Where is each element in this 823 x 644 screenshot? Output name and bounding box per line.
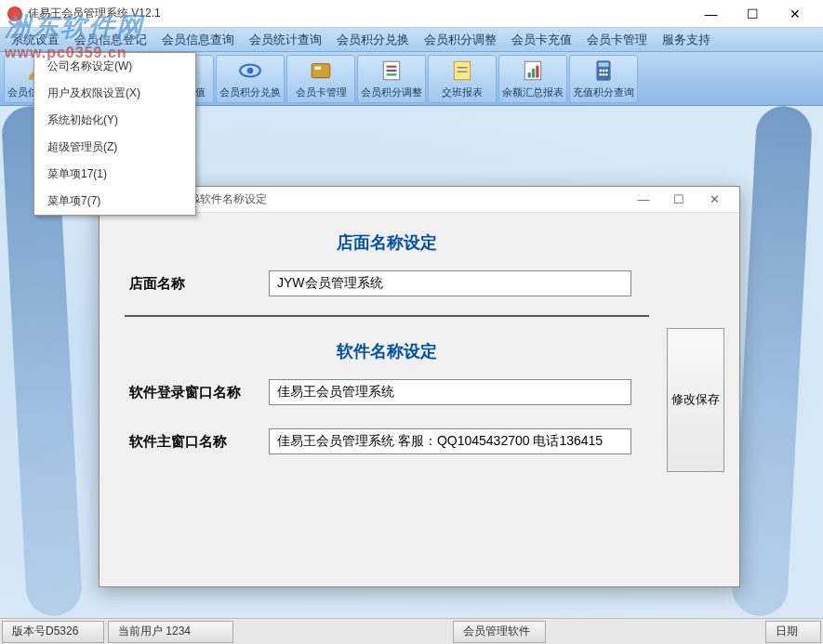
tool-label: 交班报表 [442,85,483,99]
login-window-input[interactable] [269,379,631,405]
menu-member-stats[interactable]: 会员统计查询 [242,29,329,51]
svg-point-20 [603,70,605,72]
dialog-form: 店面名称设定 店面名称 软件名称设定 软件登录窗口名称 软件主窗口名称 [111,224,663,575]
tool-label: 会员积分兑换 [219,85,281,99]
dropdown-system-init[interactable]: 系统初始化(Y) [34,107,195,134]
svg-rect-14 [528,72,531,77]
app-icon [7,7,22,21]
main-window-label: 软件主窗口名称 [129,433,269,451]
tool-label: 余额汇总报表 [502,85,564,99]
dialog-maximize-button[interactable]: ☐ [661,188,697,212]
tool-points-exchange[interactable]: 会员积分兑换 [216,55,285,103]
store-name-input[interactable] [269,270,631,296]
menu-member-query[interactable]: 会员信息查询 [154,29,242,51]
dialog-minimize-button[interactable]: — [626,188,661,212]
menubar: 系统设置 会员信息登记 会员信息查询 会员统计查询 会员积分兑换 会员积分调整 … [0,28,823,52]
window-title: 佳易王会员管理系统 V12.1 [28,6,690,21]
status-user: 当前用户 1234 [108,621,233,643]
menu-points-exchange[interactable]: 会员积分兑换 [329,29,417,51]
svg-point-19 [599,70,602,72]
system-settings-dropdown: 公司名称设定(W) 用户及权限设置(X) 系统初始化(Y) 超级管理员(Z) 菜… [33,52,196,216]
svg-rect-18 [599,62,609,66]
main-titlebar: 佳易王会员管理系统 V12.1 — ☐ ✕ [0,0,823,28]
svg-rect-5 [315,67,322,70]
status-software: 会员管理软件 [453,621,546,643]
svg-point-3 [247,68,254,74]
menu-points-adjust[interactable]: 会员积分调整 [417,29,504,51]
main-window-row: 软件主窗口名称 [129,428,644,454]
tool-recharge-query[interactable]: 充值积分查询 [569,55,638,103]
window-controls: — ☐ ✕ [690,1,816,27]
close-button[interactable]: ✕ [774,1,816,27]
menu-card-recharge[interactable]: 会员卡充值 [504,29,579,51]
login-window-row: 软件登录窗口名称 [129,379,644,405]
dropdown-menu7[interactable]: 菜单项7(7) [34,188,195,215]
svg-point-21 [605,70,608,72]
svg-rect-15 [532,69,535,78]
statusbar: 版本号D5326 当前用户 1234 会员管理软件 日期 [0,618,823,644]
status-version: 版本号D5326 [2,621,104,643]
svg-point-24 [605,73,608,76]
name-settings-dialog: 店面名称设定&软件名称设定 — ☐ ✕ 店面名称设定 店面名称 软件名称设定 软… [99,186,740,587]
menu-system-settings[interactable]: 系统设置 [4,29,67,51]
dropdown-menu17[interactable]: 菜单项17(1) [34,161,195,188]
store-section-title: 店面名称设定 [111,231,663,254]
login-window-label: 软件登录窗口名称 [129,384,269,401]
dropdown-company-name[interactable]: 公司名称设定(W) [34,53,195,80]
tool-label: 会员积分调整 [361,85,422,99]
divider [125,315,649,317]
summary-icon [520,58,546,84]
tool-label: 充值积分查询 [573,85,634,99]
tool-label: 会员卡管理 [296,85,347,99]
store-name-label: 店面名称 [129,275,269,293]
svg-point-22 [599,73,602,76]
dialog-actions: 修改保存 [663,224,728,575]
adjust-icon [378,58,405,84]
dialog-title: 店面名称设定&软件名称设定 [126,191,626,207]
report-icon [449,58,475,84]
tool-balance-report[interactable]: 余额汇总报表 [498,55,567,103]
minimize-button[interactable]: — [690,1,732,27]
calc-icon [591,58,617,84]
main-window: 佳易王会员管理系统 V12.1 — ☐ ✕ 洲东软件网 www.pc0359.c… [0,0,823,644]
svg-rect-4 [312,63,330,77]
save-button[interactable]: 修改保存 [667,328,724,472]
dialog-close-button[interactable]: ✕ [697,188,732,212]
tool-points-adjust[interactable]: 会员积分调整 [357,55,426,103]
tool-shift-report[interactable]: 交班报表 [428,55,497,103]
svg-point-23 [603,73,605,76]
software-section-title: 软件名称设定 [111,340,663,362]
dropdown-user-permissions[interactable]: 用户及权限设置(X) [34,80,195,107]
menu-member-register[interactable]: 会员信息登记 [67,29,154,51]
eye-icon [237,58,263,84]
svg-rect-16 [536,66,538,78]
dialog-body: 店面名称设定 店面名称 软件名称设定 软件登录窗口名称 软件主窗口名称 修改保存 [100,213,739,586]
menu-card-manage[interactable]: 会员卡管理 [579,29,655,51]
maximize-button[interactable]: ☐ [732,1,774,27]
status-date: 日期 [765,621,821,643]
svg-rect-10 [454,61,470,80]
tool-card-manage[interactable]: 会员卡管理 [286,55,355,103]
menu-support[interactable]: 服务支持 [655,29,718,51]
dialog-controls: — ☐ ✕ [626,188,732,212]
card-icon [308,58,334,84]
main-window-input[interactable] [269,428,631,454]
store-name-row: 店面名称 [129,270,644,296]
dropdown-super-admin[interactable]: 超级管理员(Z) [34,134,195,161]
